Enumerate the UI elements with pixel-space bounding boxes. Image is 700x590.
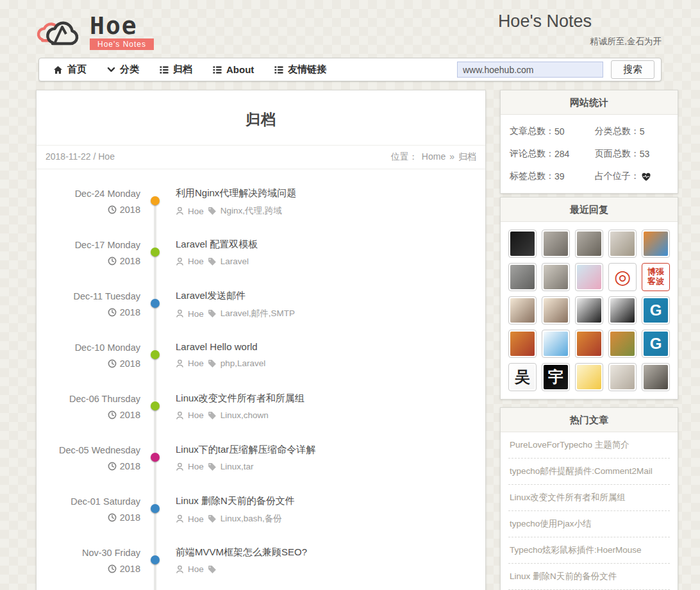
commenter-avatar[interactable] <box>542 330 570 358</box>
commenter-avatar[interactable]: 吴 <box>508 363 537 391</box>
commenter-avatar[interactable] <box>575 230 603 258</box>
widget-hot-articles: 热门文章 PureLoveForTypecho 主题简介typecho邮件提醒插… <box>500 407 678 590</box>
commenter-avatar[interactable] <box>642 363 670 391</box>
avatar-image: ◎ <box>610 265 635 289</box>
commenter-avatar[interactable] <box>608 230 637 258</box>
entry-author: Hoe <box>188 309 204 319</box>
entry-tags[interactable]: Nginx,代理,跨域 <box>221 205 282 217</box>
hot-article-link[interactable]: PureLoveForTypecho 主题简介 <box>508 432 670 459</box>
timeline-entry: Dec-24 Monday 2018 利用Nginx代理解决跨域问题 Hoe N… <box>37 187 485 239</box>
user-icon <box>176 206 184 215</box>
commenter-avatar[interactable]: ◎ <box>608 263 637 291</box>
nav-item-首页[interactable]: 首页 <box>53 63 87 76</box>
search-button[interactable]: 搜索 <box>611 60 654 79</box>
archive-panel: 归档 2018-11-22 / Hoe 位置： Home » 归档 Dec-24… <box>36 90 486 590</box>
user-icon <box>176 257 184 266</box>
nav-item-归档[interactable]: 归档 <box>160 63 192 76</box>
post-title-link[interactable]: Linux 删除N天前的备份文件 <box>176 495 295 507</box>
entry-year: 2018 <box>37 358 140 369</box>
post-title-link[interactable]: 前端MVVM框架怎么兼顾SEO? <box>176 546 307 559</box>
post-title-link[interactable]: 利用Nginx代理解决跨域问题 <box>176 187 296 199</box>
avatar-image <box>510 298 535 323</box>
tag-icon <box>208 514 217 523</box>
hot-article-link[interactable]: typecho使用Pjax小结 <box>508 511 670 537</box>
entry-year-text: 2018 <box>120 564 140 574</box>
entry-date: Dec-24 Monday <box>37 189 140 199</box>
nav-item-label: 分类 <box>120 63 139 76</box>
entry-year-text: 2018 <box>120 512 140 523</box>
hot-article-link[interactable]: Linux改变文件所有者和所属组 <box>508 485 670 511</box>
stat-label: 占个位子： <box>595 171 640 182</box>
post-title-link[interactable]: Laravel Hello world <box>176 341 258 352</box>
hot-article-link[interactable]: typecho邮件提醒插件:Comment2Mail <box>508 459 670 485</box>
entry-tags[interactable]: Linux,bash,备份 <box>221 513 282 525</box>
entry-year: 2018 <box>37 461 140 471</box>
nav-item-分类[interactable]: 分类 <box>107 63 139 76</box>
commenter-avatar[interactable] <box>508 330 537 358</box>
commenter-avatar[interactable] <box>542 230 570 258</box>
avatar-image <box>510 332 535 356</box>
entry-author: Hoe <box>188 206 204 216</box>
breadcrumb-label: 位置： <box>391 151 418 163</box>
nav-item-友情链接[interactable]: 友情链接 <box>274 63 326 76</box>
entry-tags[interactable]: php,Laravel <box>221 358 266 368</box>
commenter-avatar[interactable] <box>508 230 537 258</box>
avatar-image <box>577 232 601 256</box>
avatar-image <box>577 332 601 356</box>
tag-icon <box>208 309 217 318</box>
entry-tags[interactable]: Laravel <box>221 257 249 266</box>
commenter-avatar[interactable] <box>542 263 570 291</box>
navbar: 首页 分类 归档 About 友情链接 <box>38 58 662 81</box>
stat-value: 284 <box>554 149 569 159</box>
entry-year-text: 2018 <box>120 256 140 266</box>
commenter-avatar[interactable]: G <box>642 296 670 324</box>
avatar-image <box>510 265 535 289</box>
post-title-link[interactable]: Linux改变文件所有者和所属组 <box>176 392 304 405</box>
hot-article-link[interactable]: Linux 删除N天前的备份文件 <box>508 564 670 590</box>
clock-icon <box>108 308 117 317</box>
user-icon <box>176 359 184 368</box>
tag-icon <box>208 565 217 574</box>
commenter-avatar[interactable] <box>608 296 637 324</box>
commenter-avatar[interactable]: G <box>642 330 670 358</box>
timeline-entry: Dec-05 Wednesday 2018 Linux下的tar压缩解压缩命令详… <box>37 444 485 495</box>
commenter-avatar[interactable] <box>542 296 570 324</box>
post-title-link[interactable]: Laravel发送邮件 <box>176 290 246 302</box>
nav-item-About[interactable]: About <box>213 64 254 75</box>
page: Hoe Hoe's Notes Hoe's Notes 精诚所至,金石为开 首页… <box>0 0 700 590</box>
stat-label: 分类总数： <box>595 126 640 137</box>
commenter-avatar[interactable] <box>608 330 637 358</box>
list-icon <box>274 65 283 74</box>
commenter-avatar[interactable] <box>642 230 670 258</box>
entry-tags[interactable]: Laravel,邮件,SMTP <box>221 308 295 319</box>
search-input[interactable] <box>457 62 603 78</box>
commenter-avatar[interactable] <box>575 363 603 391</box>
commenter-avatar[interactable]: 宇 <box>542 363 570 391</box>
timeline-dot <box>151 299 160 308</box>
commenter-avatar[interactable] <box>575 263 603 291</box>
timeline-entry: Dec-01 Saturday 2018 Linux 删除N天前的备份文件 Ho… <box>37 495 485 546</box>
timeline-dot <box>151 555 160 564</box>
post-title-link[interactable]: Linux下的tar压缩解压缩命令详解 <box>176 444 315 456</box>
entry-body: Linux改变文件所有者和所属组 Hoe Linux,chown <box>176 392 475 420</box>
tag-icon <box>208 411 217 420</box>
heartbeat-icon <box>641 172 651 181</box>
stat-cell: 占个位子： <box>595 171 669 182</box>
commenter-avatar[interactable]: 博張 客波 <box>642 263 670 291</box>
entry-body: 利用Nginx代理解决跨域问题 Hoe Nginx,代理,跨域 <box>176 187 475 217</box>
entry-tags[interactable]: Linux,chown <box>221 410 269 420</box>
commenter-avatar[interactable] <box>508 296 537 324</box>
commenter-avatar[interactable] <box>508 263 537 291</box>
commenter-avatar[interactable] <box>575 296 603 324</box>
avatar-image: G <box>644 332 668 356</box>
entry-year: 2018 <box>37 205 140 215</box>
entry-tags[interactable]: Linux,tar <box>221 462 254 471</box>
date-author: 2018-11-22 / Hoe <box>46 151 115 163</box>
stat-value: 5 <box>640 126 645 137</box>
breadcrumb-home-link[interactable]: Home <box>422 151 446 163</box>
hot-article-link[interactable]: Typecho炫彩鼠标插件:HoerMouse <box>508 537 670 564</box>
post-title-link[interactable]: Laravel 配置双模板 <box>176 239 258 251</box>
commenter-avatar[interactable] <box>608 363 637 391</box>
site-logo[interactable]: Hoe Hoe's Notes <box>37 14 154 51</box>
commenter-avatar[interactable] <box>575 330 603 358</box>
